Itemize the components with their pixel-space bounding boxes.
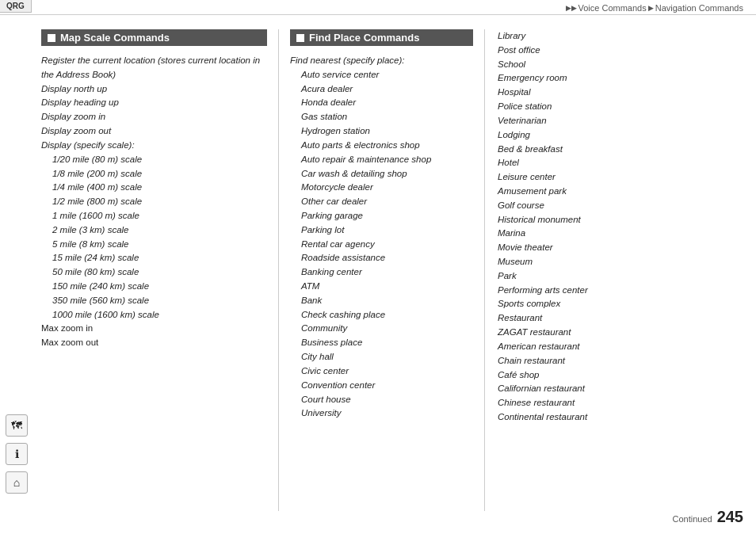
map-scale-item: Display (specify scale):	[41, 139, 267, 153]
extra-list-item: Historical monument	[498, 213, 743, 227]
map-scale-item: 50 mile (80 km) scale	[41, 265, 267, 280]
extra-list-item: Leisure center	[498, 170, 743, 185]
extra-list-item: Hotel	[498, 156, 743, 170]
find-place-item: Auto parts & electronics shop	[290, 139, 473, 153]
extra-list-item: Marina	[498, 227, 743, 241]
header-square	[48, 34, 55, 42]
home-sidebar-icon[interactable]: ⌂	[6, 471, 28, 494]
map-scale-item: 1 mile (1600 m) scale	[41, 209, 267, 223]
extra-list-item: Hospital	[498, 86, 743, 100]
find-place-item: Auto repair & maintenance shop	[290, 153, 473, 167]
map-scale-item: 1/8 mile (200 m) scale	[41, 167, 267, 181]
map-sidebar-icon[interactable]: 🗺	[6, 414, 28, 437]
map-scale-item: Display zoom in	[41, 110, 267, 124]
map-scale-item: 1/2 mile (800 m) scale	[41, 195, 267, 209]
breadcrumb-voice: Voice Commands	[578, 3, 647, 13]
extra-list-item: Continental restaurant	[498, 410, 743, 425]
extra-list-item: Restaurant	[498, 311, 743, 326]
extra-list-item: Sports complex	[498, 297, 743, 311]
find-place-item: Business place	[290, 336, 473, 350]
top-bar: ▶▶ Voice Commands ▶ Navigation Commands	[0, 0, 756, 15]
extra-list-item: Park	[498, 269, 743, 284]
find-place-item: Rental car agency	[290, 238, 473, 252]
extra-list-item: Lodging	[498, 128, 743, 143]
extra-list-item: Veterinarian	[498, 114, 743, 128]
breadcrumb-nav: Navigation Commands	[655, 3, 743, 13]
find-place-intro: Find nearest (specify place):	[290, 54, 473, 68]
map-scale-item: 1000 mile (1600 km) scale	[41, 308, 267, 322]
find-place-items: Auto service centerAcura dealerHonda dea…	[290, 68, 473, 421]
find-place-item: Bank	[290, 294, 473, 308]
extra-list-item: Emergency room	[498, 71, 743, 86]
extra-list-item: Library	[498, 29, 743, 44]
map-scale-header: Map Scale Commands	[41, 29, 267, 46]
map-scale-item: 150 mile (240 km) scale	[41, 280, 267, 294]
find-place-item: Other car dealer	[290, 195, 473, 209]
find-place-item: Roadside assistance	[290, 251, 473, 265]
find-place-item: Parking lot	[290, 223, 473, 238]
extra-list-column: LibraryPost officeSchoolEmergency roomHo…	[485, 29, 743, 511]
find-place-item: Acura dealer	[290, 82, 473, 97]
find-place-item: Banking center	[290, 265, 473, 280]
map-scale-item: 15 mile (24 km) scale	[41, 251, 267, 265]
find-place-item: Convention center	[290, 379, 473, 393]
find-place-item: Auto service center	[290, 68, 473, 82]
header-square2	[296, 34, 304, 42]
extra-list-item: Golf course	[498, 199, 743, 213]
extra-list-item: Museum	[498, 255, 743, 269]
find-place-item: City hall	[290, 350, 473, 364]
map-scale-item: Display heading up	[41, 96, 267, 110]
qrg-tab: QRG	[0, 0, 32, 13]
left-sidebar: 🗺 ℹ ⌂	[0, 23, 33, 517]
columns-container: Map Scale Commands Register the current …	[33, 23, 756, 517]
find-place-item: Check cashing place	[290, 308, 473, 322]
find-place-item: Gas station	[290, 110, 473, 124]
map-scale-items: Register the current location (stores cu…	[41, 54, 267, 350]
extra-list-item: Amusement park	[498, 185, 743, 199]
extra-list-item: Bed & breakfast	[498, 143, 743, 157]
map-scale-item: 2 mile (3 km) scale	[41, 223, 267, 238]
map-scale-column: Map Scale Commands Register the current …	[41, 29, 279, 511]
map-scale-item: 350 mile (560 km) scale	[41, 294, 267, 308]
arrow-icon2: ▶	[648, 4, 654, 12]
breadcrumb: ▶▶ Voice Commands ▶ Navigation Commands	[566, 3, 744, 13]
map-scale-item: Max zoom in	[41, 322, 267, 336]
find-place-item: Court house	[290, 393, 473, 407]
find-place-header: Find Place Commands	[290, 29, 473, 46]
arrow-icon: ▶▶	[566, 4, 577, 12]
extra-list-item: American restaurant	[498, 340, 743, 354]
map-scale-item: Display north up	[41, 82, 267, 97]
page-number: 245	[717, 508, 743, 526]
info-sidebar-icon[interactable]: ℹ	[6, 443, 28, 465]
extra-list-item: Chain restaurant	[498, 354, 743, 368]
map-scale-item: Max zoom out	[41, 336, 267, 350]
extra-list-item: Police station	[498, 100, 743, 114]
map-scale-title: Map Scale Commands	[60, 32, 170, 44]
extra-list-item: School	[498, 58, 743, 72]
find-place-item: Hydrogen station	[290, 124, 473, 139]
extra-list-item: Performing arts center	[498, 284, 743, 298]
find-place-item: Car wash & detailing shop	[290, 167, 473, 181]
map-scale-item: 1/4 mile (400 m) scale	[41, 181, 267, 195]
extra-list-item: Chinese restaurant	[498, 396, 743, 410]
extra-list-item: Post office	[498, 44, 743, 58]
continued-label: Continued	[672, 514, 712, 524]
extra-list-item: ZAGAT restaurant	[498, 326, 743, 340]
page-footer: Continued 245	[672, 508, 743, 526]
map-scale-item: 1/20 mile (80 m) scale	[41, 153, 267, 167]
extra-list-item: Movie theater	[498, 241, 743, 255]
find-place-item: Motorcycle dealer	[290, 181, 473, 195]
extra-list-items: LibraryPost officeSchoolEmergency roomHo…	[498, 29, 743, 425]
find-place-item: Parking garage	[290, 209, 473, 223]
find-place-title: Find Place Commands	[309, 32, 419, 44]
map-scale-item: Display zoom out	[41, 124, 267, 139]
main-content: 🗺 ℹ ⌂ Map Scale Commands Register the cu…	[0, 15, 756, 525]
find-place-item: Civic center	[290, 364, 473, 379]
find-place-item: University	[290, 406, 473, 421]
extra-list-item: Californian restaurant	[498, 382, 743, 396]
map-scale-item: 5 mile (8 km) scale	[41, 238, 267, 252]
find-place-item: Community	[290, 322, 473, 336]
map-scale-item: Register the current location (stores cu…	[41, 54, 267, 82]
find-place-item: ATM	[290, 280, 473, 294]
find-place-column: Find Place Commands Find nearest (specif…	[279, 29, 485, 511]
